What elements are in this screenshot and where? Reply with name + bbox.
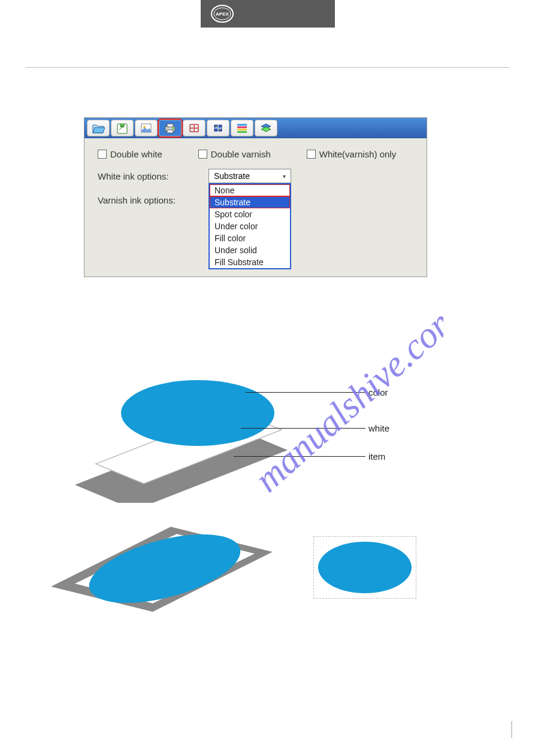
svg-point-12 — [219, 129, 220, 130]
svg-rect-7 — [167, 124, 173, 127]
page-edge-marker — [511, 721, 512, 738]
dropdown-item-spot-color[interactable]: Spot color — [210, 208, 290, 220]
layer-diagram: color white item — [60, 359, 479, 515]
svg-point-20 — [318, 542, 412, 593]
white-ink-option-row: White ink options: Substrate ▾ None Subs… — [84, 163, 427, 189]
checkbox-double-varnish[interactable]: Double varnish — [198, 149, 271, 159]
label-color: color — [368, 387, 388, 397]
toolbar-btn-print-options-selected[interactable] — [159, 120, 182, 136]
checkbox-row: Double white Double varnish White(varnis… — [84, 138, 427, 163]
toolbar-btn-color-bars[interactable] — [231, 120, 253, 136]
toolbar-btn-align[interactable] — [207, 120, 229, 136]
svg-rect-15 — [237, 129, 247, 130]
sample-output-box — [313, 536, 416, 599]
checkbox-double-white[interactable]: Double white — [98, 149, 162, 159]
svg-rect-8 — [167, 130, 173, 133]
print-result-perspective-icon — [48, 515, 276, 617]
label-item: item — [368, 451, 385, 462]
toolbar-btn-image-settings[interactable] — [135, 120, 158, 136]
white-ink-dropdown[interactable]: Substrate ▾ None Substrate Spot color Un… — [208, 169, 291, 183]
oval-result-icon — [317, 541, 413, 594]
leader-white — [241, 428, 365, 429]
app-dialog: Double white Double varnish White(varnis… — [84, 117, 427, 277]
svg-rect-16 — [237, 131, 247, 133]
toolbar — [84, 118, 427, 138]
apex-logo: APEX — [210, 2, 234, 26]
toolbar-btn-file-open[interactable] — [87, 120, 110, 136]
checkbox-label: Double white — [110, 149, 162, 159]
exploded-layers-icon — [60, 359, 300, 503]
svg-point-9 — [173, 127, 174, 129]
toolbar-btn-layers[interactable] — [255, 120, 277, 136]
toolbar-btn-file-save[interactable] — [111, 120, 134, 136]
leader-color — [246, 392, 365, 393]
svg-point-18 — [121, 380, 274, 446]
dropdown-item-none[interactable]: None — [210, 184, 290, 196]
white-ink-label: White ink options: — [98, 171, 208, 181]
dropdown-item-under-solid[interactable]: Under solid — [210, 244, 290, 256]
svg-rect-14 — [237, 126, 247, 128]
page-divider — [26, 67, 509, 68]
checkbox-label: Double varnish — [211, 149, 271, 159]
dropdown-selected: Substrate ▾ — [208, 169, 291, 183]
checkbox-label: White(varnish) only — [319, 149, 396, 159]
svg-rect-13 — [237, 124, 247, 126]
checkbox-box-icon — [307, 150, 316, 159]
dropdown-item-under-color[interactable]: Under color — [210, 220, 290, 232]
dropdown-selected-text: Substrate — [214, 171, 250, 181]
checkbox-box-icon — [98, 150, 107, 159]
checkbox-white-varnish-only[interactable]: White(varnish) only — [307, 149, 396, 159]
dropdown-item-fill-substrate[interactable]: Fill Substrate — [210, 256, 290, 268]
dropdown-item-fill-color[interactable]: Fill color — [210, 232, 290, 244]
label-white: white — [368, 423, 389, 433]
header-bar: APEX — [201, 0, 335, 28]
checkbox-box-icon — [198, 150, 207, 159]
chevron-down-icon: ▾ — [283, 173, 286, 180]
svg-point-11 — [216, 126, 217, 127]
dropdown-list: None Substrate Spot color Under color Fi… — [208, 183, 291, 269]
dropdown-item-substrate[interactable]: Substrate — [210, 196, 290, 208]
varnish-ink-label: Varnish ink options: — [98, 195, 208, 205]
svg-text:APEX: APEX — [216, 11, 229, 17]
leader-item — [234, 456, 365, 457]
toolbar-btn-grid-view[interactable] — [183, 120, 205, 136]
